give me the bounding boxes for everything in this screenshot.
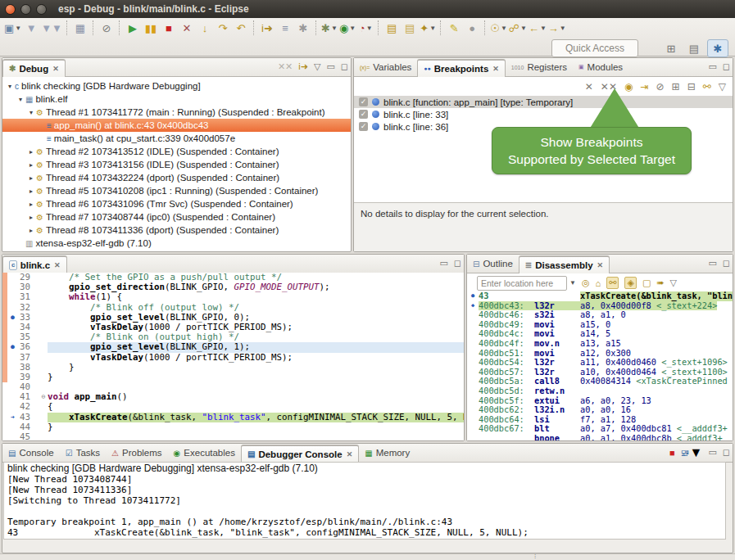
gutter[interactable] — [7, 292, 18, 302]
annotations-button[interactable]: ● — [464, 20, 480, 36]
tab-outline[interactable]: ⊟Outline — [467, 255, 519, 273]
disconnect-button[interactable]: ✕ — [179, 20, 195, 36]
debug-dropdown-button[interactable]: ✱▼ — [321, 20, 338, 36]
breakpoint-row[interactable]: ✓blink.c [function: app_main] [type: Tem… — [354, 96, 733, 108]
tree-right-arrow-icon[interactable]: ▸ — [27, 187, 35, 195]
fold-minus-icon[interactable]: ⊖ — [39, 392, 48, 402]
disasm-row[interactable]: 400dbc4f:mov.na13, a15 — [467, 339, 733, 349]
minimize-button[interactable]: ▭ — [708, 447, 716, 458]
maximize-button[interactable]: ◻ — [341, 61, 348, 72]
skip-all-breakpoints-button[interactable]: ⊘ — [98, 20, 115, 36]
disasm-row[interactable]: 400dbc62:l32i.na0, a0, 16 — [467, 405, 733, 415]
dropdown-arrow-icon[interactable]: ▼ — [540, 25, 547, 32]
home-button[interactable]: ⌂ — [596, 278, 601, 288]
display-selected-console-button[interactable]: 🖳 — [681, 448, 690, 458]
tab-disassembly[interactable]: ≣Disassembly✕ — [519, 255, 610, 273]
gutter[interactable] — [7, 392, 18, 402]
maximize-button[interactable]: ◻ — [454, 258, 461, 269]
maximize-button[interactable]: ◻ — [723, 258, 730, 269]
gutter[interactable] — [7, 303, 18, 313]
dropdown-arrow-icon[interactable]: ▼ — [349, 25, 356, 32]
remove-all-terminated-button[interactable]: ✕✕ — [278, 61, 293, 72]
external-tools-dropdown-button[interactable]: ◔▼ — [357, 20, 374, 36]
step-filters-button[interactable]: ✱ — [295, 20, 311, 36]
code-line[interactable]: 44} — [2, 422, 464, 432]
minimize-window-button[interactable] — [20, 4, 31, 15]
debug-tree-item[interactable]: ▥xtensa-esp32-elf-gdb (7.10) — [2, 237, 351, 250]
save-button[interactable]: ▼ — [23, 20, 39, 36]
breakpoint-row[interactable]: ✓blink.c [line: 33] — [354, 108, 733, 120]
gutter[interactable] — [7, 363, 18, 373]
minimize-button[interactable]: ▭ — [326, 61, 334, 72]
tree-right-arrow-icon[interactable]: ▸ — [27, 161, 35, 169]
tab-modules[interactable]: ▣Modules — [573, 59, 628, 76]
step-into-button[interactable]: ↓ — [197, 20, 213, 36]
debug-tree-item[interactable]: ≡app_main() at blink.c:43 0x400dbc43 — [2, 119, 351, 132]
gutter[interactable] — [7, 402, 18, 412]
refresh-view-button[interactable]: ◎ — [582, 278, 590, 288]
dropdown-arrow-icon[interactable]: ▼ — [560, 25, 566, 32]
dropdown-arrow-icon[interactable]: ▼ — [429, 25, 436, 32]
debug-tree-item[interactable]: ▸⚙Thread #6 1073431096 (Tmr Svc) (Suspen… — [2, 197, 351, 210]
tab-registers[interactable]: 1010Registers — [506, 59, 573, 76]
close-icon[interactable]: ✕ — [54, 261, 61, 269]
tree-down-arrow-icon[interactable]: ▾ — [27, 109, 35, 116]
debug-tree-item[interactable]: ▸⚙Thread #2 1073413512 (IDLE) (Suspended… — [2, 145, 351, 158]
open-element-button[interactable]: ▤ — [383, 20, 400, 36]
debug-tree-item[interactable]: ▸⚙Thread #5 1073410208 (ipc1 : Running) … — [2, 184, 351, 197]
location-dropdown-icon[interactable]: ▼ — [569, 279, 576, 287]
binary-button[interactable]: ▦ — [72, 20, 88, 36]
show-source-button[interactable]: ⚯ — [606, 277, 619, 289]
location-input[interactable]: Enter location here — [477, 276, 567, 291]
disasm-row[interactable]: 400dbc5d:retw.n — [467, 386, 733, 396]
last-edit-location-button[interactable]: ☉▼ — [490, 20, 507, 36]
maximize-button[interactable]: ◻ — [723, 447, 730, 458]
debug-perspective-button[interactable]: ✱ — [707, 39, 728, 57]
track-expression-button[interactable]: ◈ — [624, 277, 636, 289]
dropdown-arrow-icon[interactable]: ▼ — [331, 25, 338, 32]
gutter[interactable] — [7, 332, 18, 342]
tab-variables[interactable]: (x)=Variables — [354, 59, 417, 76]
gutter[interactable] — [7, 353, 18, 363]
debug-tree-item[interactable]: ▸⚙Thread #8 1073411336 (dport) (Suspende… — [2, 224, 351, 237]
copy-button[interactable]: ▢ — [642, 278, 651, 288]
link-with-debug-button[interactable]: ⚯ — [703, 81, 711, 93]
tab-debugger-console[interactable]: ▤Debugger Console✕ — [241, 445, 359, 463]
minimize-button[interactable]: ▭ — [439, 258, 447, 269]
open-perspective-button[interactable]: ⊞ — [661, 40, 681, 56]
breakpoint-marker-icon[interactable]: ● — [7, 342, 18, 352]
tab-executables[interactable]: ◉Executables — [168, 445, 241, 462]
dropdown-arrow-icon[interactable]: ▼ — [690, 445, 703, 460]
tree-right-arrow-icon[interactable]: ▸ — [27, 227, 35, 234]
view-menu-button[interactable]: ▽ — [719, 81, 726, 93]
debug-tree-item[interactable]: ▾▦blink.elf — [2, 93, 351, 106]
tree-right-arrow-icon[interactable]: ▸ — [27, 214, 35, 221]
tab-console[interactable]: ▤Console — [2, 445, 60, 462]
tree-right-arrow-icon[interactable]: ▸ — [27, 201, 35, 208]
code-line[interactable]: 45 — [2, 432, 464, 440]
instruction-stepping-button[interactable]: i➜ — [259, 20, 275, 36]
tree-right-arrow-icon[interactable]: ▸ — [27, 174, 35, 182]
maximize-button[interactable]: ◻ — [723, 61, 730, 72]
drop-to-frame-button[interactable]: ≡ — [277, 20, 293, 36]
breakpoint-marker-icon[interactable]: ● — [7, 313, 18, 323]
tab-memory[interactable]: ▦Memory — [359, 445, 415, 462]
back-button[interactable]: ←▼ — [529, 20, 547, 36]
minimize-button[interactable]: ▭ — [708, 258, 716, 269]
code-line[interactable]: 38 } — [2, 363, 464, 373]
gutter[interactable] — [7, 323, 18, 332]
debugger-console-output[interactable]: blink checking [GDB Hardware Debugging] … — [3, 462, 726, 540]
view-menu-button[interactable]: ▽ — [670, 278, 677, 288]
tree-right-arrow-icon[interactable]: ▸ — [27, 148, 35, 156]
code-line[interactable]: 39} — [2, 373, 464, 382]
skip-all-breakpoints-button[interactable]: ⊘ — [656, 81, 665, 93]
gutter[interactable] — [7, 282, 18, 292]
suspend-button[interactable]: ▮▮ — [143, 20, 159, 36]
tab-breakpoints[interactable]: ●●Breakpoints✕ — [417, 59, 505, 77]
step-over-button[interactable]: ↷ — [215, 20, 231, 36]
dropdown-arrow-icon[interactable]: ▼ — [366, 25, 373, 32]
instruction-stepping-mode-button[interactable]: i➜ — [298, 61, 308, 72]
search-button[interactable]: ✦▼ — [420, 20, 436, 36]
minimize-button[interactable]: ▭ — [708, 61, 716, 72]
current-line-arrow-icon[interactable]: ➜ — [7, 413, 18, 422]
